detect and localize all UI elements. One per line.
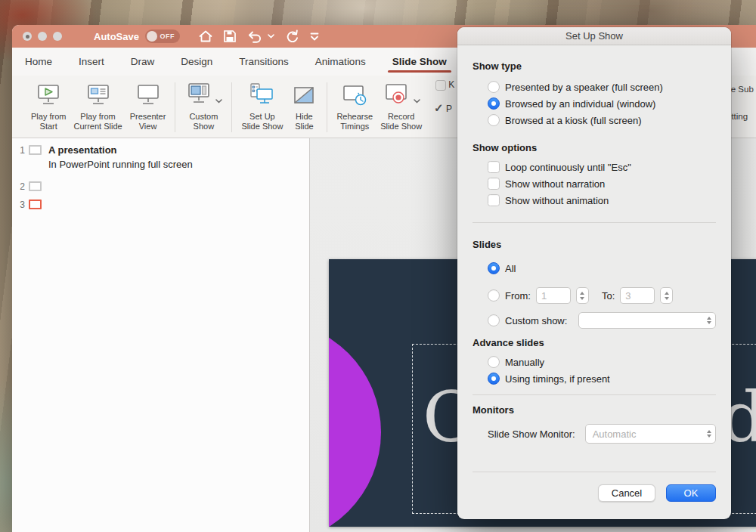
from-slide-stepper[interactable] <box>576 287 589 304</box>
show-type-header: Show type <box>472 60 716 73</box>
to-slide-stepper[interactable] <box>660 287 673 304</box>
undo-icon[interactable] <box>246 29 263 43</box>
outline-slide-number: 2 <box>18 181 25 192</box>
home-icon[interactable] <box>198 29 213 43</box>
tab-draw[interactable]: Draw <box>129 49 156 74</box>
checkbox-show-without-animation[interactable] <box>488 194 500 206</box>
dialog-titlebar[interactable]: Set Up Show <box>457 27 731 45</box>
radio-label: All <box>505 263 516 274</box>
tab-home[interactable]: Home <box>23 49 54 74</box>
radio-all-slides-selected[interactable] <box>488 262 500 274</box>
slide-purple-circle-shape[interactable] <box>329 320 381 527</box>
outline-slide-thumb-selected <box>29 200 42 209</box>
redo-icon[interactable] <box>284 29 299 44</box>
ribbon-button-label: Set Up Slide Show <box>241 112 283 131</box>
select-chevrons-icon <box>707 317 711 325</box>
play-from-start-button[interactable]: Play from Start <box>27 81 70 131</box>
record-slide-show-chevron-icon <box>414 93 420 97</box>
from-slide-input[interactable] <box>536 287 571 304</box>
radio-label: Presented by a speaker (full screen) <box>505 82 663 93</box>
checkbox-icon <box>435 80 446 91</box>
ribbon-button-label: Play from Current Slide <box>73 112 122 131</box>
radio-row-presented-by-speaker: Presented by a speaker (full screen) <box>488 79 716 95</box>
ribbon-button-label: Custom Show <box>189 112 218 131</box>
undo-menu-chevron-icon[interactable] <box>268 34 274 39</box>
slide-range-row: From: To: <box>488 286 716 305</box>
ok-button[interactable]: OK <box>666 484 716 502</box>
minimize-button[interactable] <box>38 32 47 41</box>
ribbon-button-label: Play from Start <box>31 112 66 131</box>
tab-slide-show[interactable]: Slide Show <box>391 49 448 74</box>
radio-label: Manually <box>505 357 544 368</box>
play-from-current-slide-button[interactable]: Play from Current Slide <box>70 81 125 131</box>
checkbox-label: Show without animation <box>505 195 609 206</box>
section-divider <box>472 472 716 472</box>
play-narrations-checkbox[interactable]: ✓ P <box>434 101 452 115</box>
slide-show-monitor-label: Slide Show Monitor: <box>488 428 575 440</box>
close-button[interactable] <box>23 32 32 41</box>
radio-from-to-range[interactable] <box>488 289 500 302</box>
rehearse-timings-icon <box>340 81 369 110</box>
autosave-label: AutoSave <box>94 31 139 42</box>
to-label: To: <box>602 290 615 302</box>
set-up-slide-show-button[interactable]: Set Up Slide Show <box>237 81 287 131</box>
presenter-view-icon <box>134 81 163 110</box>
autosave-toggle-state: OFF <box>160 32 175 40</box>
hide-slide-icon <box>290 81 318 110</box>
outline-slide-thumb <box>29 145 42 155</box>
custom-show-select[interactable] <box>578 312 716 329</box>
custom-show-button[interactable]: Custom Show <box>181 81 226 131</box>
radio-using-timings-selected[interactable] <box>488 373 500 385</box>
outline-slide-3[interactable]: 3 <box>18 199 309 210</box>
hide-slide-button[interactable]: Hide Slide <box>287 81 321 131</box>
tab-insert[interactable]: Insert <box>77 49 106 74</box>
set-up-show-dialog: Set Up Show Show type Presented by a spe… <box>457 27 731 519</box>
checkbox-show-without-narration[interactable] <box>488 178 500 190</box>
autosave-toggle-knob <box>147 31 157 42</box>
keep-slides-updated-checkbox[interactable]: K <box>435 79 454 91</box>
tab-design[interactable]: Design <box>179 49 214 74</box>
slide-show-monitor-select[interactable]: Automatic <box>585 424 716 444</box>
outline-slide-2[interactable]: 2 <box>18 181 309 192</box>
show-options-header: Show options <box>472 142 716 154</box>
radio-row-using-timings: Using timings, if present <box>488 370 716 387</box>
checkbox-loop-continuously[interactable] <box>488 161 500 173</box>
checkmark-icon: ✓ <box>434 101 444 114</box>
radio-presented-by-speaker[interactable] <box>488 81 500 93</box>
outline-slide-number: 3 <box>18 199 25 210</box>
monitors-header: Monitors <box>472 404 716 416</box>
presenter-view-button[interactable]: Presenter View <box>126 81 170 131</box>
outline-slide-number: 1 <box>18 144 25 156</box>
cancel-button[interactable]: Cancel <box>598 484 655 502</box>
section-divider <box>472 394 716 395</box>
record-slide-show-icon <box>383 81 411 110</box>
autosave-toggle[interactable]: OFF <box>145 29 180 43</box>
custom-show-label: Custom show: <box>505 315 567 326</box>
radio-row-browsed-at-kiosk: Browsed at a kiosk (full screen) <box>488 112 716 128</box>
radio-advance-manually[interactable] <box>488 356 500 368</box>
checkbox-row-without-animation: Show without animation <box>488 192 716 209</box>
radio-browsed-by-individual-selected[interactable] <box>488 97 500 110</box>
ribbon-button-label: Presenter View <box>130 112 166 131</box>
partial-checkbox-label: K <box>448 79 454 90</box>
autosave-control: AutoSave OFF <box>94 29 180 43</box>
radio-row-browsed-by-individual: Browsed by an individual (window) <box>488 95 716 112</box>
advance-slides-header: Advance slides <box>472 337 716 349</box>
checkbox-row-loop: Loop continuously until "Esc" <box>488 159 716 175</box>
slides-header: Slides <box>472 239 716 251</box>
toolbar-options-icon[interactable] <box>309 31 320 42</box>
to-slide-input[interactable] <box>620 287 655 304</box>
rehearse-timings-button[interactable]: Rehearse Timings <box>333 81 376 131</box>
save-icon[interactable] <box>223 29 237 43</box>
zoom-button[interactable] <box>53 32 62 41</box>
record-slide-show-button[interactable]: Record Slide Show <box>376 81 426 131</box>
radio-custom-show[interactable] <box>488 314 500 326</box>
outline-slide-thumb <box>29 181 42 191</box>
radio-label: Using timings, if present <box>505 373 610 385</box>
outline-slide-1[interactable]: 1 A presentation <box>18 144 309 156</box>
tab-transitions[interactable]: Transitions <box>237 49 290 74</box>
monitor-select-value: Automatic <box>593 428 707 440</box>
radio-browsed-at-kiosk[interactable] <box>488 114 500 126</box>
tab-animations[interactable]: Animations <box>314 49 367 74</box>
play-from-current-slide-icon <box>84 81 113 110</box>
